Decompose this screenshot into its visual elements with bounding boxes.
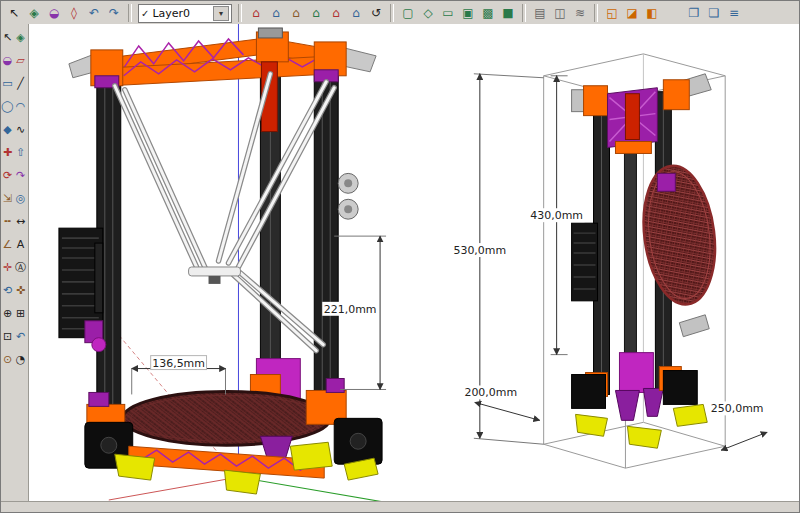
select-icon[interactable]: ↖ [4, 3, 24, 23]
toolbar-separator [238, 4, 242, 22]
dimension-label-right-width: 250,0mm [711, 402, 764, 415]
toolbar-separator [594, 4, 598, 22]
move-tool-icon[interactable]: ✚ [1, 141, 14, 164]
dimension-label-right-inner-height: 430,0mm [530, 209, 583, 222]
circle-tool-icon[interactable]: ◯ [1, 95, 14, 118]
rectangle-tool-icon[interactable]: ▭ [1, 72, 14, 95]
section-cuts-icon[interactable]: ◪ [622, 3, 642, 23]
hidden-line-icon[interactable]: ▭ [438, 3, 458, 23]
view-left-icon[interactable]: ⌂ [346, 3, 366, 23]
3d-text-tool-icon[interactable]: Ⓐ [14, 256, 27, 279]
select-tool-icon[interactable]: ↖ [1, 26, 14, 49]
wireframe-icon[interactable]: ◇ [418, 3, 438, 23]
dimension-tool-icon[interactable]: ↔ [14, 210, 27, 233]
undo-icon[interactable]: ↶ [84, 3, 104, 23]
zoom-tool-icon[interactable]: ⊕ [1, 302, 14, 325]
line-tool-icon[interactable]: ╱ [14, 72, 27, 95]
tape-measure-tool-icon[interactable]: ╍ [1, 210, 14, 233]
layers-manager-icon[interactable]: ≡ [724, 3, 744, 23]
arc-tool-icon[interactable]: ◠ [14, 95, 27, 118]
viewport-svg: 136,5mm 221,0mm 530,0mm 430,0mm 200,0mm … [29, 24, 799, 502]
view-front-icon[interactable]: ⌂ [286, 3, 306, 23]
previous-view-tool-icon[interactable]: ↶ [14, 325, 27, 348]
pan-tool-icon[interactable]: ✜ [14, 279, 27, 302]
dimension-label-right-depth: 200,0mm [464, 386, 517, 399]
shadows-toggle-icon[interactable]: ▤ [530, 3, 550, 23]
toolbar-separator [390, 4, 394, 22]
toolbar-separator [522, 4, 526, 22]
x-ray-icon[interactable]: ▢ [398, 3, 418, 23]
rotate-tool-icon[interactable]: ⟳ [1, 164, 14, 187]
view-back-icon[interactable]: ⌂ [326, 3, 346, 23]
view-top-icon[interactable]: ⌂ [266, 3, 286, 23]
right-printer-model [572, 74, 723, 448]
protractor-tool-icon[interactable]: ∠ [1, 233, 14, 256]
toolbar-gap [662, 4, 684, 22]
zoom-window-tool-icon[interactable]: ⊞ [14, 302, 27, 325]
dimension-label-left-width: 136,5mm [152, 357, 205, 370]
zoom-extents-tool-icon[interactable]: ⊡ [1, 325, 14, 348]
push-pull-tool-icon[interactable]: ⇧ [14, 141, 27, 164]
eraser-tool-icon[interactable]: ▱ [14, 49, 27, 72]
shadow-settings-icon[interactable]: ◫ [550, 3, 570, 23]
fog-icon[interactable]: ≋ [570, 3, 590, 23]
section-fill-icon[interactable]: ◧ [642, 3, 662, 23]
paint-bucket-tool-icon[interactable]: ◒ [1, 49, 14, 72]
redo-icon[interactable]: ↷ [104, 3, 124, 23]
layer-check-icon: ✓ [141, 8, 149, 19]
offset-tool-icon[interactable]: ◎ [14, 187, 27, 210]
make-component-tool-icon[interactable]: ◈ [14, 26, 27, 49]
eraser-icon[interactable]: ◊ [64, 3, 84, 23]
view-right-icon[interactable]: ⌂ [306, 3, 326, 23]
layer-combobox[interactable]: ✓ Layer0 ▾ [138, 4, 232, 23]
axes-tool-icon[interactable]: ✛ [1, 256, 14, 279]
follow-me-tool-icon[interactable]: ↷ [14, 164, 27, 187]
top-toolbar: ↖ ◈ ◒ ◊ ↶ ↷ ✓ Layer0 ▾ ⌂ ⌂ ⌂ ⌂ ⌂ ⌂ ↺ ▢ ◇… [1, 1, 799, 26]
position-camera-tool-icon[interactable]: ⊙ [1, 348, 14, 371]
paint-bucket-icon[interactable]: ◒ [44, 3, 64, 23]
monochrome-icon[interactable]: ■ [498, 3, 518, 23]
dimension-label-right-total-height: 530,0mm [453, 244, 506, 257]
components-browser-icon[interactable]: ❐ [684, 3, 704, 23]
orbit-tool-icon[interactable]: ⟲ [1, 279, 14, 302]
shaded-with-textures-icon[interactable]: ▩ [478, 3, 498, 23]
model-viewport[interactable]: 136,5mm 221,0mm 530,0mm 430,0mm 200,0mm … [29, 24, 799, 502]
tool-palette: ↖ ◈ ◒ ▱ ▭ ╱ ◯ ◠ ◆ ∿ ✚ ⇧ ⟳ ↷ ⇲ ◎ ╍ ↔ ∠ A … [1, 24, 29, 502]
previous-view-icon[interactable]: ↺ [366, 3, 386, 23]
shaded-icon[interactable]: ▣ [458, 3, 478, 23]
make-component-icon[interactable]: ◈ [24, 3, 44, 23]
layer-dropdown-arrow-icon[interactable]: ▾ [213, 6, 229, 21]
status-bar [1, 501, 799, 512]
look-around-tool-icon[interactable]: ◔ [14, 348, 27, 371]
freehand-tool-icon[interactable]: ∿ [14, 118, 27, 141]
scale-tool-icon[interactable]: ⇲ [1, 187, 14, 210]
layer-combobox-value: Layer0 [152, 7, 190, 20]
text-tool-icon[interactable]: A [14, 233, 27, 256]
styles-browser-icon[interactable]: ❏ [704, 3, 724, 23]
dimension-label-left-height: 221,0mm [324, 303, 377, 316]
polygon-tool-icon[interactable]: ◆ [1, 118, 14, 141]
app-window: ↖ ◈ ◒ ◊ ↶ ↷ ✓ Layer0 ▾ ⌂ ⌂ ⌂ ⌂ ⌂ ⌂ ↺ ▢ ◇… [0, 0, 800, 513]
toolbar-separator [128, 4, 132, 22]
view-iso-icon[interactable]: ⌂ [246, 3, 266, 23]
section-plane-icon[interactable]: ◱ [602, 3, 622, 23]
left-printer-model [59, 28, 382, 494]
